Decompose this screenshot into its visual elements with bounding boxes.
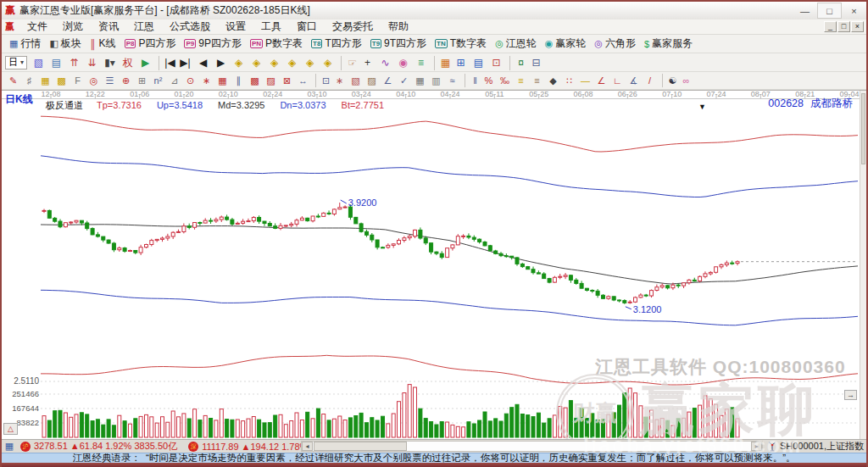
f-ruler-icon[interactable]: F <box>70 74 86 87</box>
percent-icon[interactable]: % <box>481 74 497 87</box>
menu-item-窗口[interactable]: 窗口 <box>289 20 325 32</box>
t9-square-button[interactable]: T99T四方形 <box>366 36 431 53</box>
diamond-mark-icon[interactable]: ◆ <box>545 74 561 87</box>
kline-button[interactable]: ║K线 <box>86 36 120 53</box>
hand-tool-icon[interactable]: ☞ <box>341 56 359 70</box>
table-grid2-icon[interactable]: ▥ <box>428 74 444 87</box>
net-icon[interactable]: ⊠ <box>279 74 295 87</box>
calculator-icon[interactable]: ⊞ <box>452 56 470 70</box>
notes-icon[interactable]: ▤ <box>470 56 487 70</box>
fan-rays-icon[interactable]: ∗ <box>331 74 348 87</box>
taiji-icon[interactable]: ☯ <box>662 74 678 87</box>
first-bar-icon[interactable]: |◀ <box>159 56 176 70</box>
winner-service-button[interactable]: $赢家服务 <box>640 36 697 53</box>
hexagon-button[interactable]: ◎六角形 <box>590 36 640 53</box>
restore-rights-icon[interactable]: 权 <box>119 56 136 70</box>
mdi-restore-button[interactable]: □ <box>837 21 850 32</box>
multi-angle-icon[interactable]: ∡ <box>626 74 642 87</box>
table-grid-icon[interactable]: ▦ <box>412 74 428 87</box>
quotes-button[interactable]: ▦行情 <box>5 36 45 53</box>
t-square-button[interactable]: T8T四方形 <box>307 36 366 53</box>
layout-grid-icon[interactable]: ▧ <box>30 56 47 70</box>
quote-table-icon[interactable]: ▦ <box>3 441 15 452</box>
zoom-in-diamond-icon[interactable]: ◈ <box>248 56 265 70</box>
golden-box-icon[interactable]: ▩ <box>53 74 70 87</box>
sectors-button[interactable]: ◧板块 <box>45 36 85 53</box>
winner-wheel-button[interactable]: ◉赢家轮 <box>541 36 591 53</box>
next-bar-icon[interactable]: ▶ <box>212 56 230 70</box>
infinity-icon[interactable]: ∞ <box>678 74 694 87</box>
j-angle-icon[interactable]: ∠ <box>593 74 609 87</box>
mdi-minimize-button[interactable]: _ <box>824 21 837 32</box>
minimize-button[interactable]: — <box>793 3 817 19</box>
channel-icon[interactable]: ☰ <box>102 74 118 87</box>
menu-item-江恩[interactable]: 江恩 <box>126 20 162 32</box>
matrix-icon[interactable]: ▦ <box>214 74 231 87</box>
bars-icon[interactable]: ‖ <box>465 74 481 87</box>
chart-dropdown-icon[interactable]: ▼ <box>698 103 706 111</box>
permille-icon[interactable]: ‰ <box>497 74 513 87</box>
menu-item-交易委托[interactable]: 交易委托 <box>325 20 381 32</box>
slope-icon[interactable]: / <box>642 74 658 87</box>
kline-chart[interactable]: 12-0812-2201-0601-2002-1002-2403-1003-24… <box>2 90 866 439</box>
close-button[interactable]: × <box>842 3 866 19</box>
red-lattice-icon[interactable]: ▩ <box>247 74 263 87</box>
gold-levels2-icon[interactable]: ≡ <box>529 74 545 87</box>
horizontal-scrollbar[interactable]: ◂ ▸ <box>301 441 763 452</box>
draw-flag-icon[interactable]: ▶ <box>136 56 154 70</box>
maximize-button[interactable]: □ <box>817 3 842 19</box>
candle-style-icon[interactable]: ▮▾ <box>101 56 119 70</box>
gann-wheel-button[interactable]: ◎江恩轮 <box>491 36 541 53</box>
monitor-icon[interactable]: ⊡ <box>487 56 505 70</box>
scroll-left-arrow[interactable]: ◂ <box>302 442 313 451</box>
zoom-out-diamond-icon[interactable]: ◈ <box>230 56 248 70</box>
cycle-icon[interactable]: ⊕ <box>118 74 134 87</box>
golden-grid-icon[interactable]: ▦ <box>37 74 53 87</box>
vertical-scrollbar-thumb[interactable] <box>861 93 865 164</box>
hash-ruler-icon[interactable]: ♯ <box>21 74 37 87</box>
menu-item-公式选股[interactable]: 公式选股 <box>162 20 218 32</box>
box-lines-icon[interactable]: ⊡ <box>315 74 331 87</box>
menu-item-帮助[interactable]: 帮助 <box>381 20 416 32</box>
gold-line-icon[interactable]: — <box>577 74 593 87</box>
indicator-up-icon[interactable]: ⇈ <box>65 56 83 70</box>
ratio-icon[interactable]: ∷ <box>561 74 577 87</box>
n2-icon[interactable]: n² <box>150 74 166 87</box>
menu-item-设置[interactable]: 设置 <box>218 20 253 32</box>
gold-levels-icon[interactable]: ≡ <box>513 74 529 87</box>
crosshair-tool-icon[interactable]: + <box>359 56 376 70</box>
period-selector[interactable]: 日 ▾ <box>5 56 27 69</box>
menu-item-浏览[interactable]: 浏览 <box>55 20 91 32</box>
vertical-scrollbar[interactable] <box>860 91 866 439</box>
t-table-button[interactable]: TNT数字表 <box>431 36 491 53</box>
scrollbar-thumb[interactable] <box>314 442 407 451</box>
waves-icon[interactable]: ≈ <box>444 74 460 87</box>
prev-bar-icon[interactable]: ◀ <box>194 56 212 70</box>
expand-diamond-icon[interactable]: ◈ <box>301 56 319 70</box>
indicator-down-icon[interactable]: ⇊ <box>83 56 101 70</box>
shade-grid2-icon[interactable]: ▨ <box>364 74 380 87</box>
f-angle-icon[interactable]: ∟ <box>609 74 626 87</box>
fib-tool-icon[interactable]: ≡ <box>412 56 430 70</box>
calendar-icon[interactable]: ▦ <box>434 56 452 70</box>
info-panel-icon[interactable]: ▤ <box>47 56 65 70</box>
volume-expand-button[interactable]: △ <box>3 423 18 435</box>
mdi-close-button[interactable]: × <box>851 21 864 32</box>
chart-canvas[interactable]: 12-0812-2201-0601-2002-1002-2403-1003-24… <box>2 91 860 439</box>
menu-item-文件[interactable]: 文件 <box>19 20 55 32</box>
menu-item-资讯[interactable]: 资讯 <box>91 20 126 32</box>
trend-angle-icon[interactable]: ∠ <box>380 74 396 87</box>
last-bar-icon[interactable]: ▶| <box>176 56 194 70</box>
p9-square-button[interactable]: P99P四方形 <box>180 36 245 53</box>
menu-item-工具[interactable]: 工具 <box>253 20 289 32</box>
shift-right-diamond-icon[interactable]: ◈ <box>283 56 301 70</box>
pencil-icon[interactable]: ✎ <box>5 74 21 87</box>
money-icon[interactable]: ¤ <box>509 56 527 70</box>
current-index-label[interactable]: SH000001,上证指数 <box>780 440 864 453</box>
target-icon[interactable]: ⊙ <box>182 74 198 87</box>
tick-grid-icon[interactable]: ⊞ <box>134 74 150 87</box>
check-line-icon[interactable]: ✓ <box>396 74 412 87</box>
star-rays-icon[interactable]: ∗ <box>198 74 214 87</box>
wave-tool-icon[interactable]: ∿ <box>376 56 394 70</box>
angle-ruler-icon[interactable]: ⊿ <box>166 74 182 87</box>
